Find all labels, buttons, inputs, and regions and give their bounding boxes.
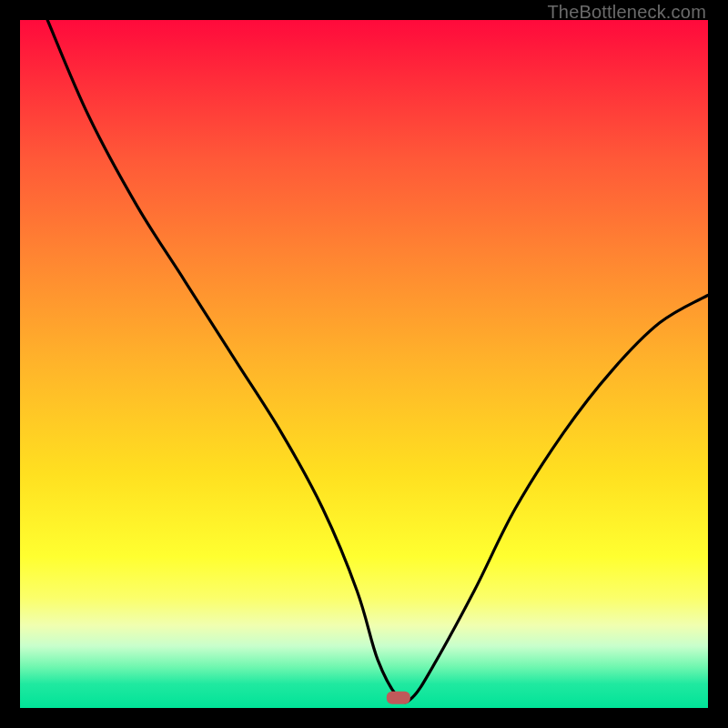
chart-svg	[20, 20, 708, 708]
chart-frame: TheBottleneck.com	[0, 0, 728, 728]
target-marker	[387, 692, 410, 704]
watermark-text: TheBottleneck.com	[547, 2, 706, 23]
curve-layer	[47, 20, 708, 704]
bottleneck-curve	[47, 20, 708, 703]
plot-area	[20, 20, 708, 708]
